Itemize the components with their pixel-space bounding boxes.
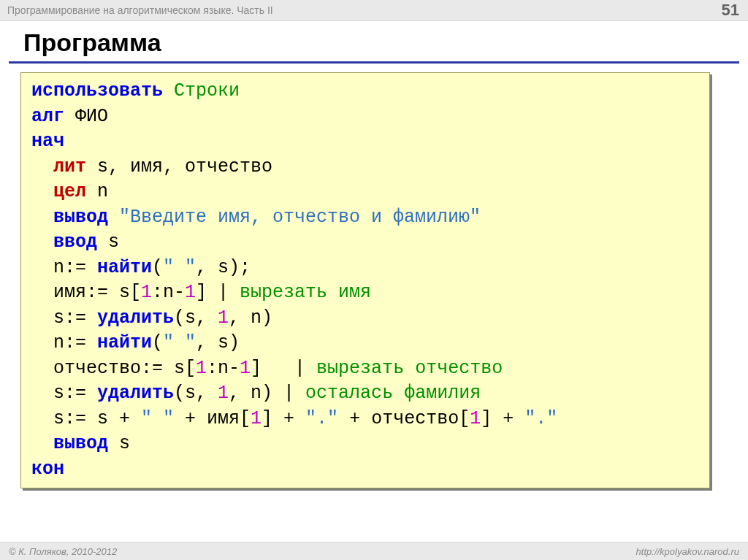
code-line-1: использовать Строки: [31, 79, 699, 104]
code-line-2: алг ФИО: [31, 104, 699, 130]
code-line-11: n:= найти(" ", s): [31, 331, 699, 356]
code-line-13: s:= удалить(s, 1, n) | осталась фамилия: [31, 381, 699, 407]
code-line-3: нач: [31, 129, 699, 155]
footer-url: http://kpolyakov.narod.ru: [636, 546, 739, 557]
code-line-15: вывод s: [31, 431, 699, 457]
code-line-4: лит s, имя, отчество: [31, 155, 699, 180]
code-line-16: кон: [31, 457, 699, 483]
code-line-9: имя:= s[1:n-1] | вырезать имя: [31, 280, 699, 306]
footer: © К. Поляков, 2010-2012 http://kpolyakov…: [0, 542, 748, 560]
code-line-6: вывод "Введите имя, отчество и фамилию": [31, 205, 699, 231]
code-line-14: s:= s + " " + имя[1] + "." + отчество[1]…: [31, 407, 699, 432]
page-number: 51: [722, 1, 739, 20]
code-area: использовать Строки алг ФИО нач лит s, и…: [0, 64, 748, 488]
top-bar: Программирование на алгоритмическом язык…: [0, 0, 748, 21]
code-line-7: ввод s: [31, 230, 699, 256]
chapter-title: Программирование на алгоритмическом язык…: [7, 4, 273, 16]
slide-heading: Программа: [0, 21, 748, 61]
code-line-5: цел n: [31, 180, 699, 205]
slide: Программирование на алгоритмическом язык…: [0, 0, 748, 560]
copyright: © К. Поляков, 2010-2012: [9, 546, 117, 557]
code-line-10: s:= удалить(s, 1, n): [31, 306, 699, 331]
code-line-12: отчество:= s[1:n-1] | вырезать отчество: [31, 356, 699, 382]
code-box: использовать Строки алг ФИО нач лит s, и…: [20, 72, 710, 488]
code-line-8: n:= найти(" ", s);: [31, 256, 699, 281]
